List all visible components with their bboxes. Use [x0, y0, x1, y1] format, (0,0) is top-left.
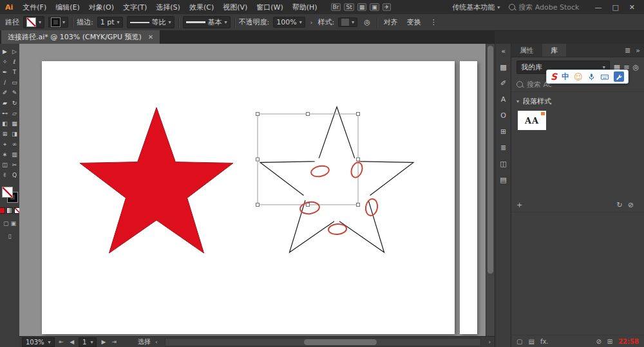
direct-selection-tool[interactable]: ▷: [10, 46, 19, 57]
language-mode-icon[interactable]: 中: [562, 71, 569, 82]
artboard-tool[interactable]: ◫: [0, 160, 10, 170]
align-panel-icon[interactable]: ≣: [500, 144, 506, 152]
menu-item[interactable]: 文字(T): [118, 3, 151, 12]
share-icon[interactable]: ✈: [383, 3, 392, 11]
free-transform-tool[interactable]: ▱: [10, 108, 19, 118]
recolor-artwork-icon[interactable]: ◎: [361, 18, 373, 26]
scroll-left-icon[interactable]: ‹: [154, 339, 159, 345]
previous-artboard-icon[interactable]: ◀: [68, 339, 75, 345]
emoji-icon[interactable]: ☺: [574, 73, 583, 81]
eraser-tool[interactable]: ▰: [0, 98, 10, 108]
selection-bounding-box[interactable]: [256, 113, 360, 207]
stroke-color-picker[interactable]: ▾: [48, 17, 68, 28]
canvas[interactable]: [19, 44, 495, 336]
collapse-panel-icon[interactable]: »: [636, 46, 640, 55]
selection-tool[interactable]: ▶: [0, 46, 10, 57]
draw-behind-icon[interactable]: ▣: [11, 220, 17, 227]
menu-item[interactable]: 效果(C): [185, 3, 218, 12]
grid-view-icon[interactable]: ▦: [357, 3, 367, 11]
width-tool[interactable]: ⊷: [0, 108, 10, 118]
vertical-scrollbar-thumb[interactable]: [488, 46, 493, 274]
paragraph-style-thumbnail[interactable]: AA: [518, 111, 546, 130]
slice-tool[interactable]: ✂: [10, 160, 19, 170]
artboard-number-field[interactable]: 1 ▾: [79, 337, 97, 347]
stroke-width-field[interactable]: 1 pt ▾: [97, 17, 123, 28]
width-profile-dropdown[interactable]: 等比 ▾: [127, 16, 175, 28]
workspace-switcher[interactable]: 传统基本功能 ▾: [452, 3, 500, 12]
sync-status-icon[interactable]: ◎: [632, 63, 639, 71]
more-options-icon[interactable]: ⋮: [428, 18, 440, 26]
close-tab-icon[interactable]: ✕: [148, 33, 153, 41]
transform-button[interactable]: 变换: [404, 17, 424, 27]
menu-item[interactable]: 窗口(W): [252, 3, 287, 12]
last-artboard-icon[interactable]: ⇥: [110, 339, 118, 345]
style-dropdown[interactable]: ▾: [338, 17, 357, 27]
zoom-level-dropdown[interactable]: 103% ▾: [22, 337, 55, 347]
lasso-tool[interactable]: ℓ: [10, 57, 19, 67]
draw-normal-icon[interactable]: ▢: [3, 220, 9, 227]
panel-menu-icon[interactable]: ≣: [625, 46, 630, 55]
opacity-field[interactable]: 100% ▾: [273, 17, 305, 28]
no-color-icon[interactable]: ⊘: [596, 338, 601, 345]
horizontal-scrollbar[interactable]: [165, 338, 482, 346]
page-icon[interactable]: ▢: [516, 338, 522, 345]
symbol-sprayer-tool[interactable]: ∗: [0, 149, 10, 160]
outline-star-shape[interactable]: [260, 107, 413, 252]
tab-properties[interactable]: 属性: [511, 44, 542, 57]
bridge-icon[interactable]: Br: [331, 3, 341, 11]
color-mode-icon[interactable]: [0, 207, 5, 214]
magic-wand-tool[interactable]: ✧: [0, 57, 10, 67]
gradient-tool[interactable]: ◨: [10, 129, 19, 139]
swatches-panel-icon[interactable]: ▩: [500, 63, 506, 71]
restore-button[interactable]: □: [607, 3, 623, 12]
wrench-icon[interactable]: [614, 71, 624, 82]
delete-icon[interactable]: ⊘: [628, 201, 634, 209]
menu-item[interactable]: 对象(O): [84, 3, 118, 12]
menu-item[interactable]: 帮助(H): [288, 3, 322, 12]
document-tab[interactable]: 连接路径.ai* @ 103% (CMYK/GPU 预览) ✕: [1, 30, 160, 44]
tab-libraries[interactable]: 库: [542, 44, 566, 57]
character-styles-panel-icon[interactable]: A: [501, 95, 506, 104]
rectangle-tool[interactable]: ▭: [10, 77, 19, 88]
perspective-grid-tool[interactable]: ▦: [10, 118, 19, 129]
fill-color-picker[interactable]: ▾: [23, 16, 44, 28]
line-segment-tool[interactable]: ∕: [0, 77, 10, 88]
hand-tool[interactable]: ✌: [0, 170, 10, 180]
mesh-tool[interactable]: ⊞: [0, 129, 10, 139]
opacity-panel-link[interactable]: ›: [309, 19, 314, 26]
menu-item[interactable]: 编辑(E): [51, 3, 84, 12]
align-button[interactable]: 对齐: [381, 17, 401, 27]
rotate-tool[interactable]: ↻: [10, 98, 19, 108]
brushes-panel-icon[interactable]: ✐: [500, 79, 506, 88]
paintbrush-tool[interactable]: ✐: [0, 88, 10, 98]
section-expand-icon[interactable]: ▾: [516, 98, 519, 104]
menu-item[interactable]: 视图(V): [218, 3, 252, 12]
column-graph-tool[interactable]: ▥: [10, 149, 19, 160]
stroke-panel-icon[interactable]: O: [500, 111, 506, 120]
paragraph-styles-section[interactable]: ▾ 段落样式: [511, 92, 644, 111]
pencil-tool[interactable]: ✎: [10, 88, 19, 98]
collapse-panels-icon[interactable]: «: [501, 47, 506, 55]
stock-search[interactable]: 搜索 Adobe Stock: [509, 3, 579, 12]
layers-panel-icon[interactable]: ▤: [500, 176, 506, 184]
sync-icon[interactable]: ↻: [617, 201, 623, 209]
first-artboard-icon[interactable]: ⇤: [58, 339, 66, 345]
effects-label[interactable]: fx.: [540, 338, 549, 345]
menu-item[interactable]: 选择(S): [151, 3, 185, 12]
type-tool[interactable]: T: [10, 67, 19, 77]
layers-icon[interactable]: ▤: [528, 338, 534, 345]
pen-tool[interactable]: ✒: [0, 67, 10, 77]
horizontal-scrollbar-thumb[interactable]: [304, 339, 377, 345]
close-button[interactable]: ✕: [624, 3, 640, 12]
minimize-button[interactable]: —: [589, 3, 607, 12]
fill-stroke-indicator[interactable]: [2, 187, 17, 202]
red-star-shape[interactable]: [80, 108, 233, 253]
add-item-button[interactable]: +: [516, 201, 522, 209]
shape-builder-tool[interactable]: ◧: [0, 118, 10, 129]
menu-item[interactable]: 文件(F): [18, 3, 51, 12]
sogou-logo-icon[interactable]: S: [551, 71, 557, 82]
artboards-panel-icon[interactable]: ◫: [500, 160, 506, 168]
arrange-documents-icon[interactable]: ▣: [370, 3, 379, 11]
microphone-icon[interactable]: [587, 73, 596, 81]
next-artboard-icon[interactable]: ▶: [100, 339, 107, 345]
